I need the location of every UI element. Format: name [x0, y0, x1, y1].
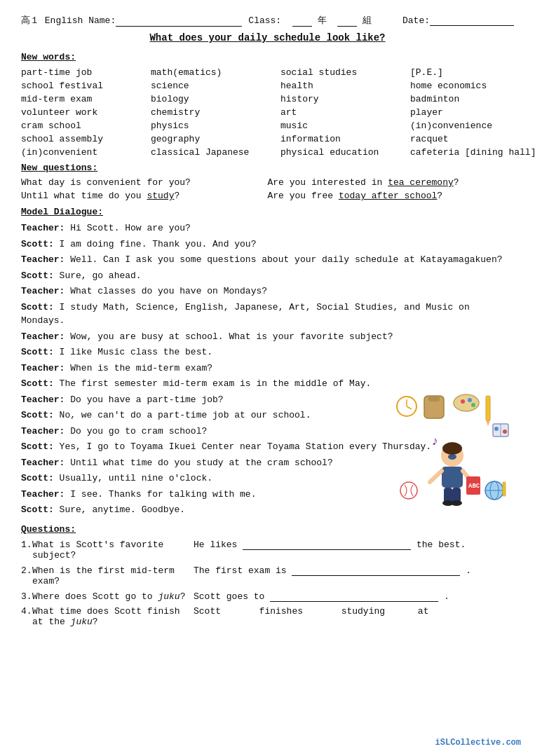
- vocab-word: information: [280, 133, 410, 145]
- q-num: 3.: [21, 591, 32, 602]
- svg-line-2: [407, 406, 412, 409]
- new-questions-heading: New questions:: [21, 163, 514, 173]
- svg-point-24: [451, 500, 462, 506]
- q-num: 1.: [21, 539, 32, 550]
- vocab-word: volunteer work: [21, 106, 151, 118]
- dialogue-text: I am doing fine. Thank you. And you?: [54, 239, 257, 249]
- new-questions-section: What day is convenient for you? Are you …: [21, 177, 514, 201]
- dialogue-text: Do you go to cram school?: [65, 426, 207, 437]
- speaker-label: Scott:: [21, 239, 54, 249]
- dialogue-text: The first semester mid-term exam is in t…: [54, 378, 371, 389]
- dialogue-text: Well. Can I ask you some questions about…: [65, 254, 502, 265]
- vocab-word: math(ematics): [151, 67, 280, 78]
- speaker-label: Teacher:: [21, 489, 65, 500]
- header-left: 高１ English Name:: [21, 14, 242, 27]
- q-question-text: Where does Scott go to juku?: [32, 591, 194, 602]
- numbered-question: 4. What time does Scott finish at the ju…: [21, 606, 514, 627]
- question-2-left: Until what time do you study?: [21, 191, 268, 201]
- vocab-word: health: [280, 80, 410, 92]
- dialogue-line: Scott: Sure, go ahead.: [21, 269, 514, 283]
- svg-point-8: [471, 403, 475, 407]
- speaker-label: Teacher:: [21, 363, 65, 373]
- dialogue-text: What classes do you have on Mondays?: [65, 286, 267, 296]
- dialogue-text: Sure, anytime. Goodbye.: [54, 504, 185, 515]
- q-question-text: When is the first mid-term exam?: [32, 565, 194, 586]
- questions-heading: Questions:: [21, 524, 514, 535]
- vocab-word: school festival: [21, 80, 151, 92]
- svg-point-14: [503, 429, 507, 434]
- dialogue-line: Teacher: When is the mid-term exam?: [21, 362, 514, 376]
- vocab-word: cafeteria [dining hall]: [410, 146, 535, 158]
- svg-point-27: [400, 482, 417, 499]
- dialogue-line: Scott: I study Math, Science, English, J…: [21, 301, 514, 328]
- dialogue-text: Sure, go ahead.: [54, 270, 142, 281]
- dialogue-text: I like Music class the best.: [54, 347, 212, 357]
- speaker-label: Teacher:: [21, 223, 65, 233]
- svg-rect-9: [486, 396, 490, 420]
- speaker-label: Scott:: [21, 347, 54, 357]
- vocab-word: art: [280, 106, 410, 118]
- numbered-questions-container: 1. What is Scott's favorite subject? He …: [21, 539, 514, 627]
- speaker-label: Scott:: [21, 504, 54, 515]
- vocab-word: home economics: [410, 80, 535, 92]
- speaker-label: Scott:: [21, 473, 54, 483]
- dialogue-text: Usually, until nine o'clock.: [54, 473, 212, 483]
- q-answer: The first exam is .: [194, 565, 514, 576]
- header-right: Date:: [378, 15, 514, 26]
- speaker-label: Scott:: [21, 441, 54, 452]
- vocab-word: school assembly: [21, 133, 151, 145]
- worksheet-header: 高１ English Name: Class: 年 組 Date:: [21, 14, 514, 27]
- vocab-word: biology: [151, 93, 280, 105]
- numbered-question: 1. What is Scott's favorite subject? He …: [21, 539, 514, 561]
- questions-section: Questions: 1. What is Scott's favorite s…: [21, 524, 514, 627]
- dialogue-text: Wow, you are busy at school. What is you…: [65, 331, 393, 342]
- svg-line-19: [430, 471, 442, 482]
- svg-text:♪: ♪: [431, 434, 439, 448]
- question-1-left: What day is convenient for you?: [21, 177, 268, 188]
- dialogue-line: Scott: I am doing fine. Thank you. And y…: [21, 238, 514, 252]
- dialogue-line: Teacher: Wow, you are busy at school. Wh…: [21, 330, 514, 344]
- svg-point-5: [454, 394, 479, 411]
- vocab-word: [P.E.]: [410, 67, 535, 78]
- svg-point-13: [494, 427, 499, 431]
- illustration: ABC ♪: [389, 392, 515, 511]
- speaker-label: Teacher:: [21, 331, 65, 342]
- q-num: 4.: [21, 606, 32, 617]
- vocab-word: mid-term exam: [21, 93, 151, 105]
- vocab-grid: part-time jobmath(ematics)social studies…: [21, 67, 514, 158]
- vocab-word: racquet: [410, 133, 535, 145]
- dialogue-text: I see. Thanks for talking with me.: [65, 489, 256, 500]
- dialogue-line: Teacher: Well. Can I ask you some questi…: [21, 253, 514, 267]
- svg-marker-10: [486, 420, 490, 426]
- speaker-label: Teacher:: [21, 426, 65, 437]
- q-answer: He likes the best.: [194, 539, 514, 550]
- vocab-word: cram school: [21, 120, 151, 132]
- question-row-1: What day is convenient for you? Are you …: [21, 177, 514, 188]
- q-answer: Scott finishes studying at: [194, 606, 514, 617]
- study-link: study: [147, 191, 174, 201]
- vocab-word: science: [151, 80, 280, 92]
- vocab-word: social studies: [280, 67, 410, 78]
- speaker-label: Scott:: [21, 302, 54, 312]
- vocab-word: geography: [151, 133, 280, 145]
- svg-rect-31: [503, 482, 506, 496]
- numbered-question: 3. Where does Scott go to juku? Scott go…: [21, 591, 514, 602]
- dialogue-line: Teacher: What classes do you have on Mon…: [21, 284, 514, 298]
- dialogue-line: Scott: I like Music class the best.: [21, 345, 514, 359]
- vocab-word: part-time job: [21, 67, 151, 78]
- vocab-word: classical Japanese: [151, 146, 280, 158]
- speaker-label: Scott:: [21, 378, 54, 389]
- vocab-word: music: [280, 120, 410, 132]
- vocab-word: badminton: [410, 93, 535, 105]
- header-center: Class: 年 組: [242, 14, 378, 27]
- q-answer: Scott goes to .: [194, 591, 514, 602]
- q-question-text: What is Scott's favorite subject?: [32, 539, 194, 561]
- vocab-word: physics: [151, 120, 280, 132]
- q-question-text: What time does Scott finish at the juku?: [32, 606, 194, 627]
- svg-rect-18: [442, 467, 463, 488]
- vocab-word: physical education: [280, 146, 410, 158]
- new-words-heading: New words:: [21, 52, 514, 62]
- worksheet-title: What does your daily schedule look like?: [21, 32, 514, 43]
- dialogue-text: Hi Scott. How are you?: [65, 223, 190, 233]
- speaker-label: Scott:: [21, 410, 54, 420]
